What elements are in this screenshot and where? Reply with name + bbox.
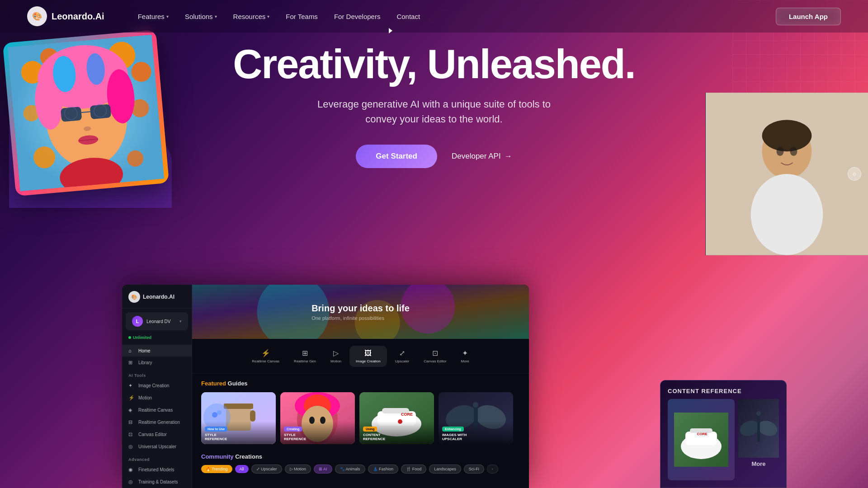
motion-tool-icon: ▷ — [333, 349, 339, 357]
guide-badge-3: Using — [363, 427, 377, 432]
tool-more[interactable]: ✦ More — [455, 345, 476, 367]
nav-item-solutions[interactable]: Solutions ▾ — [179, 9, 223, 24]
get-started-button[interactable]: Get Started — [356, 145, 437, 168]
guide-title-3: CONTENTREFERENCE — [363, 433, 430, 441]
featured-guides-section: Featured Guides — [192, 374, 529, 449]
guide-title-1: STYLEREFERENCE — [205, 433, 272, 441]
filter-trending[interactable]: 🔥 Trending — [201, 465, 232, 473]
sidebar-item-library[interactable]: ⊞ Library — [122, 357, 192, 369]
guide-card-label-1: How to Use STYLEREFERENCE — [201, 421, 276, 444]
sidebar-logo: 🎨 Leonardo.AI — [122, 291, 192, 309]
sidebar-item-training-datasets[interactable]: ◎ Training & Datasets — [122, 476, 192, 488]
sidebar-item-label: Image Creation — [138, 383, 169, 388]
navbar: 🎨 Leonardo.Ai Features ▾ Solutions ▾ Res… — [0, 0, 868, 33]
guide-card-4[interactable]: Enhancing IMAGES WITHUPSCALER — [439, 392, 513, 444]
finetuned-models-icon: ◉ — [128, 467, 135, 473]
nav-links: Features ▾ Solutions ▾ Resources ▾ For T… — [132, 9, 776, 24]
filter-motion[interactable]: ▷ Motion — [285, 465, 311, 474]
filter-more-arrow[interactable]: › — [487, 465, 498, 474]
advanced-label: Advanced — [122, 453, 192, 464]
filter-all[interactable]: All — [235, 465, 249, 473]
hero-content: Creativity, Unleashed. Leverage generati… — [0, 43, 868, 168]
sidebar-item-motion[interactable]: ⚡ Motion — [122, 392, 192, 404]
user-avatar: L — [132, 316, 143, 327]
guide-card-2[interactable]: Creating STYLEREFERENCE — [280, 392, 355, 444]
app-hero-title: Bring your ideas to life — [311, 303, 410, 314]
guide-card-label-2: Creating STYLEREFERENCE — [280, 421, 355, 444]
sidebar-item-canvas-editor[interactable]: ⊡ Canvas Editor — [122, 428, 192, 441]
filter-animals[interactable]: 🐾 Animals — [335, 465, 365, 474]
content-ref-title: CONTENT REFERENCE — [668, 388, 779, 394]
nav-item-for-developers[interactable]: For Developers — [328, 9, 387, 24]
sidebar-item-realtime-canvas[interactable]: ◈ Realtime Canvas — [122, 404, 192, 416]
guide-card-3[interactable]: CORE Using CONTENTREFERENCE — [359, 392, 434, 444]
filter-ai[interactable]: ⊞ AI — [314, 465, 332, 474]
chevron-down-icon: ▾ — [179, 319, 182, 324]
canvas-editor-tool-icon: ⊡ — [432, 349, 438, 357]
filter-scifi[interactable]: Sci-Fi — [464, 465, 484, 474]
sidebar-item-image-creation[interactable]: ✦ Image Creation — [122, 380, 192, 392]
hero-title: Creativity, Unleashed. — [90, 43, 778, 86]
tool-upscaler[interactable]: ⤢ Upscaler — [389, 345, 416, 367]
realtime-gen-tool-icon: ⊞ — [302, 349, 308, 357]
community-section: Community Creations 🔥 Trending All ⤢ Ups… — [192, 449, 529, 474]
realtime-generation-icon: ⊟ — [128, 419, 135, 425]
tool-realtime-gen[interactable]: ⊞ Realtime Gen — [288, 345, 322, 367]
guide-badge-1: How to Use — [205, 427, 227, 432]
tool-canvas-editor[interactable]: ⊡ Canvas Editor — [417, 345, 453, 367]
nav-item-contact[interactable]: Contact — [390, 9, 426, 24]
svg-point-29 — [751, 174, 823, 255]
filter-tags: 🔥 Trending All ⤢ Upscaler ▷ Motion ⊞ AI … — [201, 465, 520, 474]
training-datasets-icon: ◎ — [128, 479, 135, 485]
more-label: More — [751, 460, 765, 467]
nav-logo[interactable]: 🎨 Leonardo.Ai — [27, 6, 104, 26]
sidebar-item-home[interactable]: ⌂ Home — [122, 345, 192, 357]
guide-card-1[interactable]: How to Use STYLEREFERENCE — [201, 392, 276, 444]
app-hero-banner: Bring your ideas to life One platform, i… — [192, 285, 529, 339]
content-reference-box: CONTENT REFERENCE CORE — [660, 380, 787, 488]
video-control-button[interactable]: ⊙ — [848, 167, 861, 181]
svg-point-61 — [473, 402, 478, 408]
sidebar-item-label: Canvas Editor — [138, 432, 167, 437]
featured-label: Featured — [201, 380, 226, 387]
nav-item-for-teams[interactable]: For Teams — [279, 9, 324, 24]
tool-motion[interactable]: ▷ Motion — [324, 345, 348, 367]
filter-landscapes[interactable]: Landscapes — [429, 465, 461, 474]
logo-icon: 🎨 — [27, 6, 47, 26]
svg-rect-40 — [250, 410, 255, 422]
sidebar-item-universal-upscaler[interactable]: ◎ Universal Upscaler — [122, 441, 192, 453]
guide-title-2: STYLEREFERENCE — [284, 433, 351, 441]
tool-realtime-canvas[interactable]: ⚡ Realtime Canvas — [245, 345, 286, 367]
nav-item-resources[interactable]: Resources ▾ — [227, 9, 276, 24]
library-icon: ⊞ — [128, 360, 135, 366]
guide-card-label-4: Enhancing IMAGES WITHUPSCALER — [439, 421, 513, 444]
filter-upscaler[interactable]: ⤢ Upscaler — [251, 465, 282, 474]
arrow-icon: → — [505, 152, 512, 161]
svg-point-43 — [217, 410, 222, 415]
svg-rect-24 — [73, 165, 111, 191]
sidebar-item-label: Realtime Generation — [138, 420, 180, 425]
chevron-down-icon: ▾ — [267, 14, 269, 19]
svg-rect-39 — [224, 404, 253, 409]
sidebar-item-label: Motion — [138, 395, 152, 400]
guide-badge-4: Enhancing — [442, 427, 464, 432]
guide-card-label-3: Using CONTENTREFERENCE — [359, 421, 434, 444]
sidebar-user-menu[interactable]: L Leonard DV ▾ — [126, 312, 188, 330]
sidebar-item-realtime-generation[interactable]: ⊟ Realtime Generation — [122, 416, 192, 428]
chevron-down-icon: ▾ — [166, 14, 169, 19]
hero-buttons: Get Started Developer API → — [90, 145, 778, 168]
filter-food[interactable]: 🍴 Food — [401, 465, 426, 474]
chevron-down-icon: ▾ — [215, 14, 217, 19]
upscaler-tool-icon: ⤢ — [399, 349, 405, 357]
sidebar-logo-icon: 🎨 — [128, 291, 140, 303]
filter-fashion[interactable]: 👗 Fashion — [368, 465, 399, 474]
user-name: Leonard DV — [146, 319, 176, 324]
developer-api-link[interactable]: Developer API → — [452, 152, 512, 161]
motion-icon: ⚡ — [128, 395, 135, 401]
sidebar-item-finetuned-models[interactable]: ◉ Finetuned Models — [122, 464, 192, 476]
guides-grid: How to Use STYLEREFERENCE — [201, 392, 520, 444]
launch-app-button[interactable]: Launch App — [776, 8, 841, 25]
sidebar-item-label: Universal Upscaler — [138, 444, 176, 449]
nav-item-features[interactable]: Features ▾ — [132, 9, 175, 24]
tool-image-creation[interactable]: 🖼 Image Creation — [349, 346, 387, 367]
